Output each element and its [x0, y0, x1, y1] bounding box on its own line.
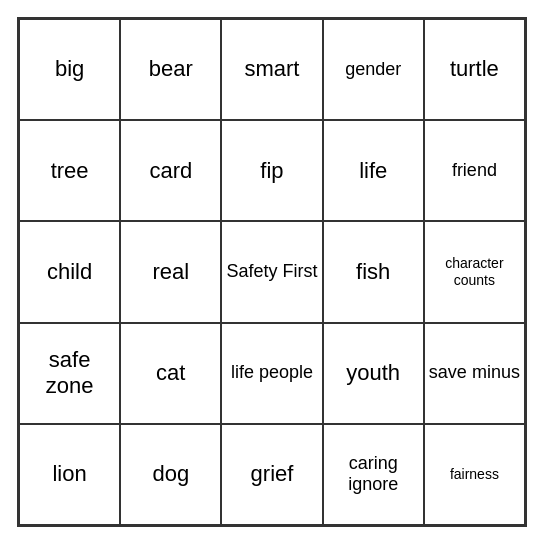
- bingo-cell: smart: [221, 19, 322, 120]
- bingo-cell: youth: [323, 323, 424, 424]
- bingo-cell: tree: [19, 120, 120, 221]
- bingo-cell: caring ignore: [323, 424, 424, 525]
- bingo-cell: card: [120, 120, 221, 221]
- bingo-cell: save minus: [424, 323, 525, 424]
- bingo-cell: gender: [323, 19, 424, 120]
- bingo-cell: turtle: [424, 19, 525, 120]
- bingo-cell: grief: [221, 424, 322, 525]
- bingo-cell: dog: [120, 424, 221, 525]
- bingo-cell: life: [323, 120, 424, 221]
- bingo-cell: bear: [120, 19, 221, 120]
- bingo-cell: lion: [19, 424, 120, 525]
- bingo-board: bigbearsmartgenderturtletreecardfiplifef…: [17, 17, 527, 527]
- bingo-cell: safe zone: [19, 323, 120, 424]
- bingo-cell: fip: [221, 120, 322, 221]
- bingo-cell: fairness: [424, 424, 525, 525]
- bingo-cell: character counts: [424, 221, 525, 322]
- bingo-cell: real: [120, 221, 221, 322]
- bingo-cell: big: [19, 19, 120, 120]
- bingo-cell: friend: [424, 120, 525, 221]
- bingo-cell: Safety First: [221, 221, 322, 322]
- bingo-cell: cat: [120, 323, 221, 424]
- bingo-cell: life people: [221, 323, 322, 424]
- bingo-cell: fish: [323, 221, 424, 322]
- bingo-cell: child: [19, 221, 120, 322]
